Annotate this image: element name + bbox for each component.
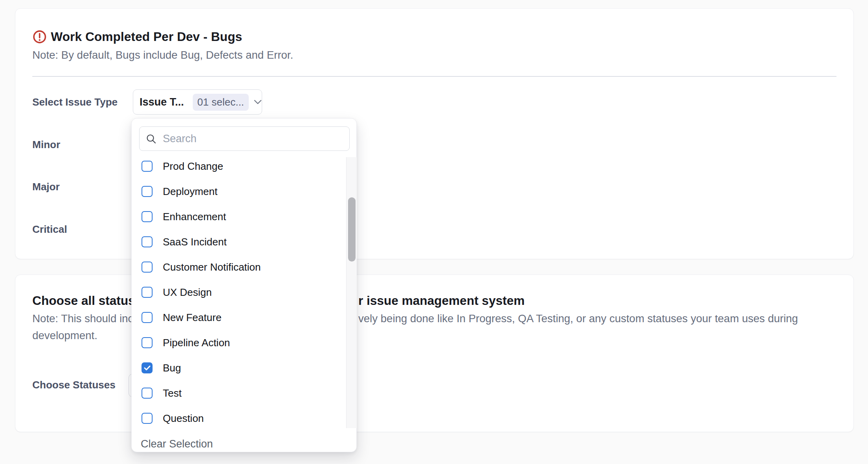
option-label: Bug xyxy=(163,362,181,374)
issue-type-option[interactable]: Test xyxy=(132,380,357,406)
select-issue-type-label: Select Issue Type xyxy=(32,95,117,110)
clear-selection-button[interactable]: Clear Selection xyxy=(141,437,213,451)
issue-type-option[interactable]: Enhancement xyxy=(132,204,357,229)
issue-type-option[interactable]: Question xyxy=(132,406,357,428)
option-checkbox[interactable] xyxy=(142,186,153,197)
card1-divider xyxy=(32,76,836,77)
issue-type-button-label: Issue T... xyxy=(140,96,184,108)
option-checkbox[interactable] xyxy=(142,262,153,273)
severity-label-minor: Minor xyxy=(32,137,60,152)
option-checkbox[interactable] xyxy=(142,362,153,373)
issue-type-option[interactable]: Customer Notification xyxy=(132,254,357,280)
selected-count-badge: 01 selec... xyxy=(193,94,249,111)
option-label: Enhancement xyxy=(163,211,226,223)
option-label: Deployment xyxy=(163,186,218,198)
search-icon xyxy=(146,134,156,144)
dropdown-search-box[interactable] xyxy=(139,126,350,151)
option-checkbox[interactable] xyxy=(142,287,153,298)
issue-type-dropdown-button[interactable]: Issue T... 01 selec... xyxy=(133,89,262,115)
option-label: Test xyxy=(163,387,182,399)
option-label: SaaS Incident xyxy=(163,236,227,248)
option-label: New Feature xyxy=(163,312,222,324)
option-checkbox[interactable] xyxy=(142,337,153,348)
option-label: UX Design xyxy=(163,286,212,299)
card2-note-right: vely being done like In Progress, QA Tes… xyxy=(358,312,798,325)
option-checkbox[interactable] xyxy=(142,312,153,323)
option-checkbox[interactable] xyxy=(142,211,153,222)
severity-label-major: Major xyxy=(32,179,60,194)
issue-type-option[interactable]: Pipeline Action xyxy=(132,330,357,355)
issue-type-option[interactable]: Bug xyxy=(132,355,357,380)
chevron-down-icon xyxy=(254,100,262,104)
issue-type-options-list: Prod Change Deployment Enhancement Saa xyxy=(132,157,357,428)
page: Work Completed Per Dev - Bugs Note: By d… xyxy=(0,0,868,464)
card2-heading-right: r issue management system xyxy=(358,293,525,308)
option-checkbox[interactable] xyxy=(142,236,153,247)
issue-type-option[interactable]: Prod Change xyxy=(132,157,357,179)
card2-note-line2: development. xyxy=(32,329,97,342)
card1-title-row: Work Completed Per Dev - Bugs xyxy=(32,28,242,45)
choose-statuses-label: Choose Statuses xyxy=(32,377,115,392)
scrollbar-thumb[interactable] xyxy=(348,197,356,262)
issue-type-option[interactable]: Deployment xyxy=(132,179,357,204)
option-label: Pipeline Action xyxy=(163,337,230,349)
option-checkbox[interactable] xyxy=(142,388,153,399)
option-label: Customer Notification xyxy=(163,261,261,273)
search-input[interactable] xyxy=(162,132,329,145)
checkmark-icon xyxy=(144,365,151,371)
alert-circle-icon xyxy=(32,30,47,44)
option-checkbox[interactable] xyxy=(142,413,153,424)
issue-type-option[interactable]: New Feature xyxy=(132,305,357,330)
option-label: Question xyxy=(163,412,204,425)
card1-note: Note: By default, Bugs include Bug, Defe… xyxy=(32,49,293,61)
option-label: Prod Change xyxy=(163,160,223,173)
option-checkbox[interactable] xyxy=(142,161,153,172)
issue-type-dropdown-panel: Prod Change Deployment Enhancement Saa xyxy=(131,118,357,452)
card1-title: Work Completed Per Dev - Bugs xyxy=(51,30,242,44)
issue-type-option[interactable]: UX Design xyxy=(132,280,357,305)
issue-type-option[interactable]: SaaS Incident xyxy=(132,229,357,254)
severity-label-critical: Critical xyxy=(32,222,67,237)
